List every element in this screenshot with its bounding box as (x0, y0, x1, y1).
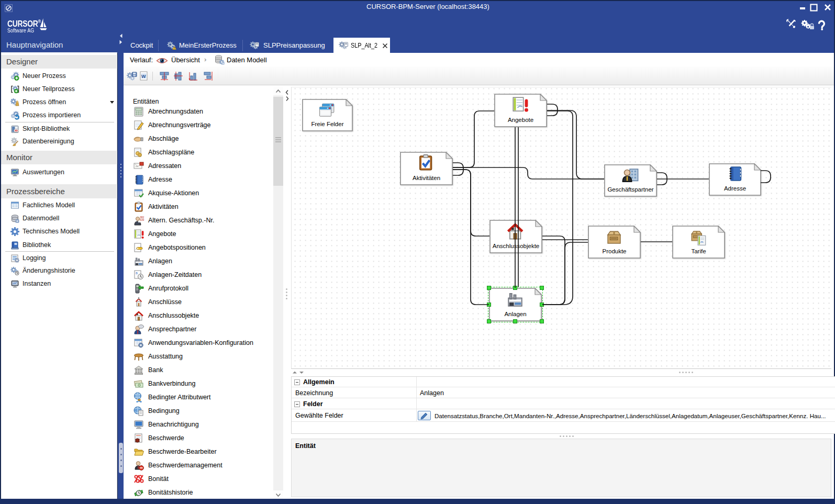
svg-text:639: 639 (140, 218, 144, 221)
svg-text:W: W (141, 74, 146, 79)
svg-text:B: B (136, 272, 138, 275)
